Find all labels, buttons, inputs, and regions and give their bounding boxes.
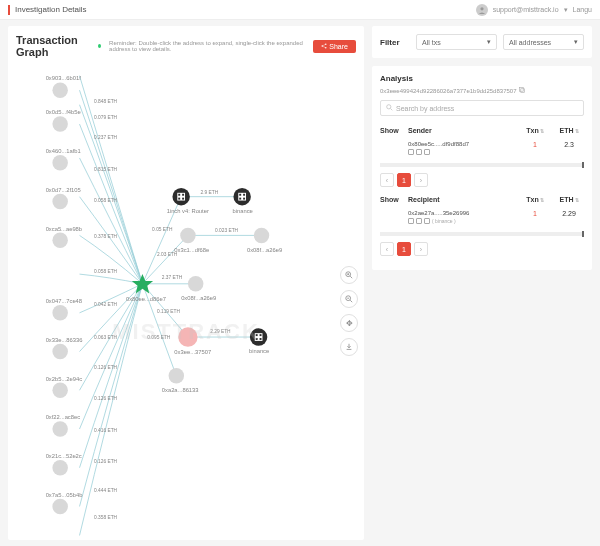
chevron-down-icon: ▾ — [487, 38, 491, 46]
language-label[interactable]: Langu — [573, 6, 592, 13]
svg-rect-32 — [178, 194, 180, 196]
svg-point-95 — [387, 105, 391, 109]
search-input[interactable]: Search by address — [380, 100, 584, 116]
svg-rect-46 — [256, 334, 258, 336]
avatar-icon[interactable] — [476, 4, 488, 16]
graph-title: Transaction Graph — [16, 34, 90, 58]
pager-page[interactable]: 1 — [397, 173, 411, 187]
col-eth[interactable]: ETH⇅ — [554, 127, 584, 134]
zoom-in-button[interactable] — [340, 266, 358, 284]
scrollbar[interactable] — [380, 163, 584, 167]
download-button[interactable] — [340, 338, 358, 356]
recipient-pager: ‹ 1 › — [380, 242, 584, 256]
svg-text:0.063 ETH: 0.063 ETH — [94, 335, 118, 340]
support-email[interactable]: support@misttrack.io — [493, 6, 559, 13]
reminder-text: Reminder: Double-click the address to ex… — [109, 40, 305, 52]
svg-text:0.095 ETH: 0.095 ETH — [147, 335, 171, 340]
recipient-table-row[interactable]: 0x2ae27a.....35e26996 ( binance ) 1 2.29 — [380, 206, 584, 228]
svg-text:0x33e...86336: 0x33e...86336 — [46, 337, 83, 343]
sender-table-row[interactable]: 0x80ee5c.....df9df88d7 1 2.3 — [380, 137, 584, 159]
sender-table-header: Show Sender Txn⇅ ETH⇅ — [380, 124, 584, 137]
share-label: Share — [329, 43, 348, 50]
svg-text:0x08f...a26e9: 0x08f...a26e9 — [247, 247, 282, 253]
pager-next[interactable]: › — [414, 242, 428, 256]
move-button[interactable]: ✥ — [340, 314, 358, 332]
eth-value: 2.29 — [554, 210, 584, 217]
right-panel: Filter All txs ▾ All addresses ▾ Analysi… — [372, 26, 592, 540]
svg-point-0 — [480, 7, 483, 10]
search-icon — [386, 104, 393, 112]
svg-text:0.042 ETH: 0.042 ETH — [94, 302, 118, 307]
col-txn[interactable]: Txn⇅ — [520, 127, 550, 134]
graph-canvas[interactable]: 0x903...6b01f 0x0d5...f4b5e 0x460...1afb… — [8, 66, 364, 546]
svg-text:0.079 ETH: 0.079 ETH — [94, 115, 118, 120]
svg-text:0x80ee...d86e7: 0x80ee...d86e7 — [126, 296, 166, 302]
chevron-down-icon[interactable]: ▾ — [564, 6, 568, 14]
scrollbar[interactable] — [380, 232, 584, 236]
tag-icon[interactable] — [408, 149, 414, 155]
svg-point-11 — [52, 305, 67, 320]
filter-card: Filter All txs ▾ All addresses ▾ — [372, 26, 592, 58]
recipient-tag: ( binance ) — [432, 218, 456, 224]
svg-point-6 — [52, 82, 67, 97]
graph-tools: ✥ — [340, 266, 358, 356]
svg-text:2.03 ETH: 2.03 ETH — [157, 252, 178, 257]
svg-text:0x3ee...37507: 0x3ee...37507 — [174, 349, 211, 355]
pager-next[interactable]: › — [414, 173, 428, 187]
svg-rect-93 — [520, 88, 524, 92]
tag-icon[interactable] — [408, 218, 414, 224]
top-right: support@misttrack.io ▾ Langu — [476, 4, 592, 16]
svg-text:0x0d7...2f105: 0x0d7...2f105 — [46, 187, 81, 193]
svg-text:0xca5...ae98b: 0xca5...ae98b — [46, 226, 82, 232]
col-txn[interactable]: Txn⇅ — [520, 196, 550, 203]
copy-icon[interactable] — [416, 218, 422, 224]
svg-text:0x2b5...2e94c: 0x2b5...2e94c — [46, 376, 83, 382]
pager-prev[interactable]: ‹ — [380, 242, 394, 256]
svg-rect-40 — [243, 194, 245, 196]
svg-point-16 — [52, 499, 67, 514]
pager-page[interactable]: 1 — [397, 242, 411, 256]
analysis-card: Analysis 0x3eee499424d92286026a7377e1b9d… — [372, 66, 592, 270]
col-eth[interactable]: ETH⇅ — [554, 196, 584, 203]
link-icon[interactable] — [424, 149, 430, 155]
svg-point-51 — [180, 228, 195, 243]
page-title: Investigation Details — [15, 5, 87, 14]
col-show: Show — [380, 196, 404, 203]
link-icon[interactable] — [424, 218, 430, 224]
svg-line-85 — [350, 276, 352, 278]
col-recipient[interactable]: Recipient — [408, 196, 516, 203]
svg-text:0x7a5...05b4b: 0x7a5...05b4b — [46, 492, 83, 498]
svg-text:binance: binance — [232, 208, 252, 214]
graph-svg: 0x903...6b01f 0x0d5...f4b5e 0x460...1afb… — [8, 66, 364, 546]
svg-point-9 — [52, 194, 67, 209]
filter-txs-dropdown[interactable]: All txs ▾ — [416, 34, 497, 50]
svg-rect-47 — [260, 334, 262, 336]
svg-text:0.119 ETH: 0.119 ETH — [157, 309, 181, 314]
svg-point-14 — [52, 421, 67, 436]
svg-rect-41 — [239, 198, 241, 200]
sender-hash: 0x80ee5c.....df9df88d7 — [408, 141, 516, 147]
svg-text:0.023 ETH: 0.023 ETH — [215, 228, 239, 233]
analysis-title: Analysis — [380, 74, 584, 83]
sender-pager: ‹ 1 › — [380, 173, 584, 187]
svg-rect-49 — [260, 338, 262, 340]
svg-text:2.37 ETH: 2.37 ETH — [162, 275, 183, 280]
svg-point-13 — [52, 383, 67, 398]
filter-addresses-dropdown[interactable]: All addresses ▾ — [503, 34, 584, 50]
svg-text:0.126 ETH: 0.126 ETH — [94, 459, 118, 464]
svg-point-8 — [52, 155, 67, 170]
svg-text:0.378 ETH: 0.378 ETH — [94, 234, 118, 239]
col-sender[interactable]: Sender — [408, 127, 516, 134]
svg-text:0x460...1afb1: 0x460...1afb1 — [46, 148, 81, 154]
graph-panel: Transaction Graph Reminder: Double-click… — [8, 26, 364, 540]
copy-icon[interactable] — [519, 87, 525, 94]
main-layout: Transaction Graph Reminder: Double-click… — [0, 20, 600, 546]
zoom-out-button[interactable] — [340, 290, 358, 308]
svg-line-4 — [323, 44, 327, 46]
svg-text:0.444 ETH: 0.444 ETH — [94, 488, 118, 493]
copy-icon[interactable] — [416, 149, 422, 155]
svg-point-53 — [254, 228, 269, 243]
share-button[interactable]: Share — [313, 40, 356, 53]
pager-prev[interactable]: ‹ — [380, 173, 394, 187]
svg-point-7 — [52, 116, 67, 131]
